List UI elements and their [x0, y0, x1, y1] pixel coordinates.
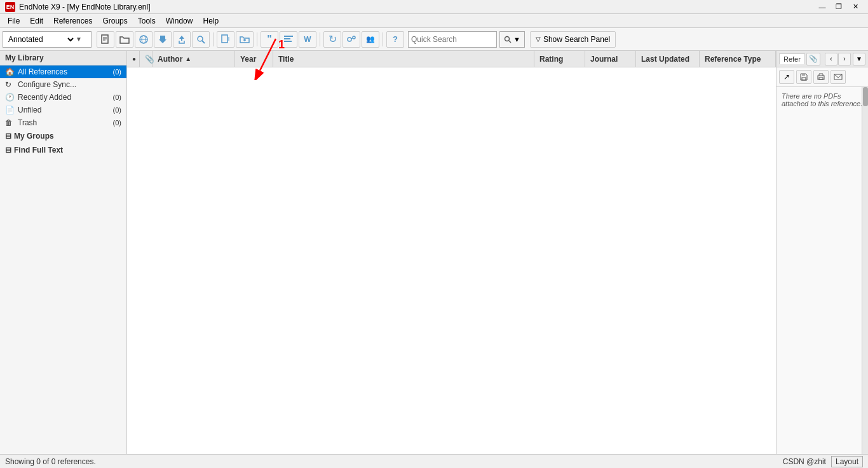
sidebar-item-all-references[interactable]: 🏠 All References (0): [0, 65, 126, 78]
restore-button[interactable]: ❐: [831, 1, 846, 13]
menu-tools[interactable]: Tools: [133, 15, 161, 27]
print-preview-btn[interactable]: [813, 70, 829, 84]
find-full-text-collapse-icon: ⊟: [5, 146, 11, 155]
app-icon: EN: [5, 2, 15, 12]
preview-nav-prev[interactable]: ‹: [825, 53, 837, 65]
title-bar: EN EndNote X9 - [My EndNote Library.enl]…: [0, 0, 868, 14]
sidebar: My Library 🏠 All References (0) ↻ Config…: [0, 51, 127, 454]
status-right-text: CSDN @zhit: [783, 457, 826, 466]
menu-window[interactable]: Window: [161, 15, 198, 27]
search-dropdown-arrow: ▼: [513, 36, 520, 43]
preview-nav-next[interactable]: ›: [838, 53, 851, 65]
status-bar: Showing 0 of 0 references. CSDN @zhit La…: [0, 454, 868, 468]
minimize-button[interactable]: —: [815, 1, 830, 13]
preview-nav: ‹ › ▼: [825, 53, 865, 65]
open-pdf-btn[interactable]: [217, 31, 234, 48]
svg-rect-23: [802, 78, 806, 80]
recently-added-icon: 🕐: [5, 93, 15, 102]
new-group-btn[interactable]: [236, 31, 254, 48]
menu-references[interactable]: References: [48, 15, 97, 27]
online-search-btn[interactable]: [135, 31, 153, 48]
toolbar-sep-1: [213, 32, 214, 46]
menu-help[interactable]: Help: [198, 15, 224, 27]
find-full-text-btn[interactable]: [192, 31, 210, 48]
author-col-header[interactable]: Author ▲: [153, 51, 235, 67]
recently-added-label: Recently Added: [18, 93, 71, 102]
sidebar-item-recently-added[interactable]: 🕐 Recently Added (0): [0, 91, 126, 104]
svg-point-19: [353, 36, 355, 39]
format-bibliography-btn[interactable]: [280, 31, 297, 48]
save-btn[interactable]: [154, 31, 172, 48]
status-col-header: ●: [127, 51, 140, 67]
sidebar-item-trash[interactable]: 🗑 Trash (0): [0, 116, 126, 129]
menu-groups[interactable]: Groups: [97, 15, 132, 27]
close-button[interactable]: ✕: [848, 1, 863, 13]
preview-tab-refer[interactable]: Refer: [779, 53, 805, 64]
title-col-header[interactable]: Title: [273, 51, 534, 67]
my-groups-label: My Groups: [14, 132, 54, 141]
group-btn[interactable]: 👥: [362, 31, 379, 48]
toolbar: Annotated ▼ " W ↻ 👥 ? ▼: [0, 28, 868, 51]
preview-expand-btn[interactable]: ▼: [853, 53, 865, 65]
author-col-label: Author: [158, 55, 182, 64]
svg-rect-9: [222, 35, 227, 43]
insert-citation-btn[interactable]: ": [261, 31, 278, 48]
sidebar-item-configure-sync[interactable]: ↻ Configure Sync...: [0, 78, 126, 91]
sidebar-item-unfiled[interactable]: 📄 Unfiled (0): [0, 104, 126, 116]
menu-file[interactable]: File: [3, 15, 25, 27]
preview-scrollbar[interactable]: [862, 87, 868, 454]
last-updated-col-header[interactable]: Last Updated: [636, 51, 700, 67]
title-col-label: Title: [278, 55, 294, 64]
svg-point-18: [348, 38, 351, 41]
save-preview-btn[interactable]: [796, 70, 811, 84]
sync-btn[interactable]: ↻: [323, 31, 341, 48]
menu-edit[interactable]: Edit: [25, 15, 48, 27]
last-updated-col-label: Last Updated: [641, 55, 689, 64]
reference-body: [127, 67, 776, 454]
open-link-btn[interactable]: ↗: [779, 70, 794, 84]
toolbar-sep-2: [257, 32, 257, 46]
svg-line-22: [509, 41, 511, 43]
help-btn[interactable]: ?: [386, 31, 404, 48]
configure-sync-label: Configure Sync...: [18, 80, 76, 89]
style-select-wrap[interactable]: Annotated ▼: [3, 31, 92, 48]
all-references-count: (0): [113, 68, 121, 76]
search-dropdown[interactable]: ▼: [499, 31, 525, 48]
title-bar-controls[interactable]: — ❐ ✕: [815, 1, 863, 13]
svg-line-8: [202, 41, 205, 43]
rating-col-header[interactable]: Rating: [534, 51, 585, 67]
preview-panel: Refer 📎 ‹ › ▼ ↗ There are no PDFs attach…: [776, 51, 868, 454]
layout-label[interactable]: Layout: [831, 456, 863, 467]
upload-btn[interactable]: [173, 31, 191, 48]
trash-count: (0): [113, 119, 121, 127]
status-bar-right: CSDN @zhit Layout: [783, 456, 863, 467]
search-input[interactable]: [411, 35, 494, 44]
share-btn[interactable]: [342, 31, 360, 48]
find-full-text-header[interactable]: ⊟ Find Full Text: [0, 143, 126, 157]
open-library-btn[interactable]: [116, 31, 133, 48]
show-search-panel-btn[interactable]: ▽ Show Search Panel: [530, 31, 616, 48]
email-preview-btn[interactable]: [831, 70, 846, 84]
unfiled-count: (0): [113, 106, 121, 114]
my-groups-header[interactable]: ⊟ My Groups: [0, 129, 126, 143]
svg-rect-15: [284, 36, 293, 37]
toolbar-sep-3: [320, 32, 320, 46]
svg-rect-24: [802, 74, 805, 76]
search-wrap[interactable]: [408, 31, 497, 48]
new-reference-btn[interactable]: [97, 31, 114, 48]
year-col-header[interactable]: Year: [235, 51, 273, 67]
attach-col-header: 📎: [140, 51, 153, 67]
style-select[interactable]: Annotated: [6, 34, 76, 45]
preview-scrollbar-thumb[interactable]: [863, 87, 868, 106]
svg-rect-16: [284, 38, 290, 39]
style-dropdown-arrow: ▼: [76, 36, 82, 43]
word-btn[interactable]: W: [299, 31, 316, 48]
rating-col-label: Rating: [539, 55, 563, 64]
svg-rect-17: [284, 41, 292, 42]
ref-type-col-header[interactable]: Reference Type: [700, 51, 776, 67]
trash-label: Trash: [18, 118, 37, 127]
unfiled-icon: 📄: [5, 106, 15, 114]
journal-col-header[interactable]: Journal: [585, 51, 636, 67]
all-references-label: All References: [18, 67, 67, 76]
preview-attach-btn[interactable]: 📎: [806, 53, 820, 65]
